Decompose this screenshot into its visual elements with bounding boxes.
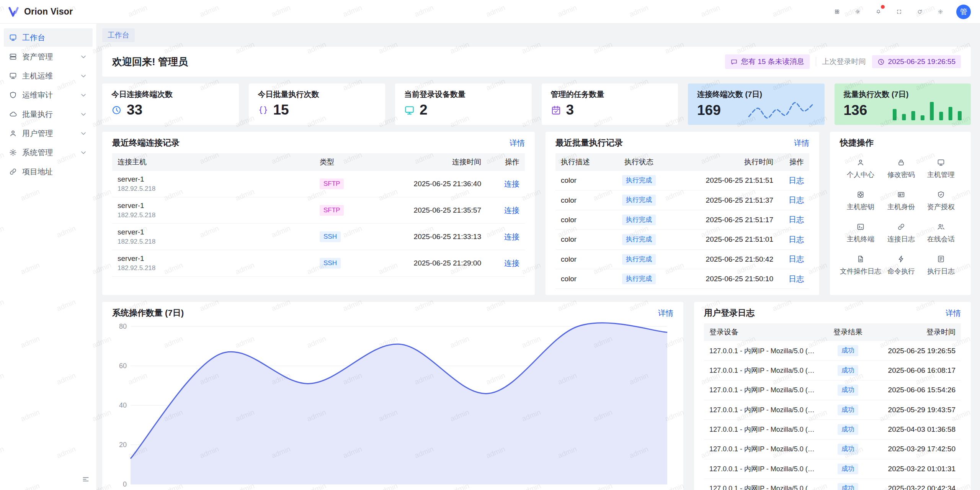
batch-row: color 执行完成 2025-06-25 21:51:51 日志 — [555, 171, 809, 190]
sidebar-item[interactable]: 工作台 — [4, 28, 93, 47]
sidebar-item[interactable]: 项目地址 — [4, 162, 93, 181]
exec-time: 2025-06-25 21:51:01 — [671, 230, 779, 249]
connect-time: 2025-06-25 21:33:13 — [372, 224, 487, 250]
quick-action-label: 命令执行 — [887, 267, 915, 276]
connect-link[interactable]: 连接 — [504, 180, 519, 188]
terminal-detail-link[interactable]: 详情 — [510, 138, 525, 148]
quick-action[interactable]: 修改密码 — [881, 159, 921, 179]
login-result-badge: 成功 — [838, 464, 858, 474]
terminal-row: server-1 182.92.5.218 SFTP 2025-06-25 21… — [112, 171, 525, 197]
svg-text:0: 0 — [123, 480, 127, 488]
sidebar-item[interactable]: 主机运维 — [4, 67, 93, 85]
header-action-button[interactable] — [828, 3, 846, 21]
sidebar-item[interactable]: 系统管理 — [4, 143, 93, 162]
quick-action[interactable]: 主机终端 — [840, 223, 881, 244]
login-device: 127.0.0.1 - 内网IP - Mozilla/5.0 (Windows … — [709, 464, 820, 474]
bell-icon — [876, 9, 881, 14]
login-device: 127.0.0.1 - 内网IP - Mozilla/5.0 (Windows … — [709, 346, 820, 356]
chevron-down-icon — [80, 149, 87, 156]
connect-sparkline-chart — [746, 100, 815, 120]
quick-action[interactable]: 主机身份 — [881, 191, 921, 211]
log-link[interactable]: 日志 — [789, 196, 804, 204]
quick-action[interactable]: 个人中心 — [840, 159, 881, 179]
workbench-icon — [9, 34, 17, 41]
display-icon — [937, 159, 945, 166]
exec-desc: color — [555, 190, 606, 210]
log-link[interactable]: 日志 — [789, 255, 804, 263]
connect-link[interactable]: 连接 — [504, 233, 519, 241]
ops-chart-detail-link[interactable]: 详情 — [658, 308, 673, 318]
stats-row: 今日连接终端次数 33 今日批量执行次数 15 当前登录设备数量 — [102, 84, 971, 125]
breadcrumb-item[interactable]: 工作台 — [102, 28, 135, 42]
header-action-button[interactable] — [911, 3, 929, 21]
unread-messages-badge[interactable]: 您有 15 条未读消息 — [725, 54, 810, 69]
login-time: 2025-06-06 15:54:26 — [871, 380, 961, 400]
quick-action[interactable]: 连接日志 — [881, 223, 921, 244]
quick-action-label: 个人中心 — [847, 170, 874, 179]
sidebar-item[interactable]: 用户管理 — [4, 124, 93, 143]
login-logs-detail-link[interactable]: 详情 — [946, 308, 961, 318]
quick-action[interactable]: 命令执行 — [881, 255, 921, 276]
app-title: Orion Visor — [24, 7, 73, 17]
log-link[interactable]: 日志 — [789, 275, 804, 283]
header-action-button[interactable] — [890, 3, 908, 21]
thunder-icon — [897, 255, 905, 263]
sidebar-collapse-button[interactable] — [80, 473, 92, 485]
header-action-button[interactable] — [870, 3, 887, 21]
stat-card: 管理的任务数量 3 — [542, 84, 678, 125]
idcard-icon — [897, 191, 905, 198]
lock-icon — [897, 159, 905, 166]
shieldcheck-icon — [937, 191, 945, 198]
exec-time: 2025-06-25 21:50:42 — [671, 249, 779, 269]
connect-link[interactable]: 连接 — [504, 206, 519, 215]
header-action-button[interactable] — [932, 3, 949, 21]
host-icon — [9, 72, 17, 80]
notification-dot — [881, 5, 885, 9]
user-icon — [857, 159, 864, 166]
collapse-icon — [82, 475, 90, 483]
svg-text:60: 60 — [119, 362, 127, 370]
divider — [816, 57, 816, 66]
sidebar-item[interactable]: 批量执行 — [4, 105, 93, 123]
batch-row: color 执行完成 2025-06-25 21:50:10 日志 — [555, 269, 809, 288]
sidebar-item-label: 工作台 — [22, 33, 45, 43]
header-action-button[interactable] — [849, 3, 867, 21]
card-title: 用户登录日志 — [704, 307, 755, 319]
exec-time: 2025-06-25 21:51:37 — [671, 190, 779, 210]
sidebar-item[interactable]: 资产管理 — [4, 48, 93, 66]
column-header: 操作 — [779, 153, 809, 171]
quick-action-label: 主机终端 — [847, 234, 874, 244]
stat-value: 136 — [844, 102, 867, 119]
batch-row: color 执行完成 2025-06-25 21:51:01 日志 — [555, 230, 809, 249]
column-header: 登录设备 — [704, 323, 825, 341]
quick-action[interactable]: 执行日志 — [921, 255, 961, 276]
chevron-down-icon — [80, 110, 87, 118]
user-avatar[interactable]: 管 — [956, 5, 971, 19]
stat-card: 今日连接终端次数 33 — [102, 84, 239, 125]
quick-action-label: 主机管理 — [927, 170, 955, 179]
host-cell: server-1 182.92.5.218 — [112, 224, 314, 250]
quick-action[interactable]: 在线会话 — [921, 223, 961, 244]
quick-action[interactable]: 文件操作日志 — [840, 255, 881, 276]
host-cell: server-1 182.92.5.218 — [112, 171, 314, 197]
stat-label: 今日批量执行次数 — [258, 89, 376, 100]
connect-link[interactable]: 连接 — [504, 259, 519, 267]
safe-icon — [857, 191, 864, 198]
log-link[interactable]: 日志 — [789, 176, 804, 185]
sidebar-item[interactable]: 运维审计 — [4, 86, 93, 104]
quick-action[interactable]: 资产授权 — [921, 191, 961, 211]
column-header: 类型 — [314, 153, 372, 171]
svg-text:80: 80 — [119, 323, 127, 330]
card-title: 系统操作数量 (7日) — [112, 307, 184, 319]
quick-action-label: 资产授权 — [927, 202, 955, 211]
batch-detail-link[interactable]: 详情 — [794, 138, 809, 148]
protocol-badge: SSH — [320, 231, 341, 242]
stat-label: 今日连接终端次数 — [111, 89, 230, 100]
quick-action[interactable]: 主机密钥 — [840, 191, 881, 211]
sidebar-item-label: 用户管理 — [22, 128, 53, 139]
log-link[interactable]: 日志 — [789, 215, 804, 224]
exec-time: 2025-06-25 21:50:10 — [671, 269, 779, 288]
quick-action[interactable]: 主机管理 — [921, 159, 961, 179]
log-link[interactable]: 日志 — [789, 235, 804, 244]
column-header: 执行时间 — [671, 153, 779, 171]
